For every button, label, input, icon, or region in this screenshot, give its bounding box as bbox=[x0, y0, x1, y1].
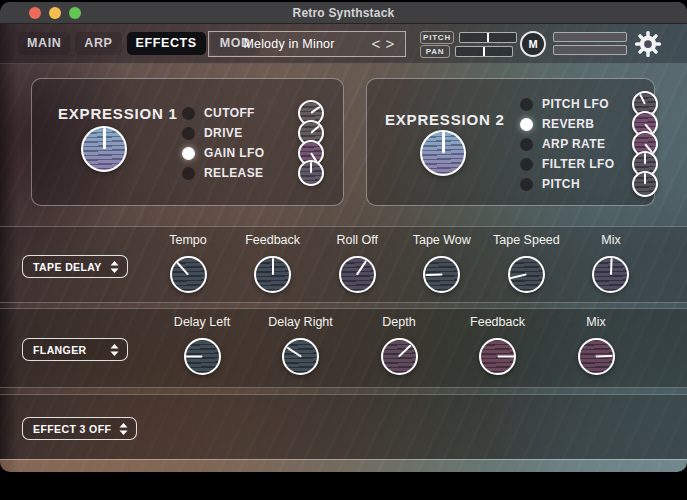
knob-pointer bbox=[639, 94, 646, 105]
expression-option-arp-rate: ARP RATE bbox=[520, 134, 658, 154]
minimize-window-button[interactable] bbox=[49, 7, 61, 19]
meter-bar-top bbox=[553, 32, 627, 42]
preset-next-button[interactable]: > bbox=[383, 32, 397, 56]
knob-pointer bbox=[186, 356, 203, 358]
window-title: Retro Synthstack bbox=[0, 2, 687, 24]
expression-2-macro-knob-wrap bbox=[420, 130, 466, 176]
knob-pointer bbox=[310, 106, 320, 114]
depth-knob[interactable] bbox=[381, 338, 418, 375]
expression-2-options: PITCH LFOREVERBARP RATEFILTER LFOPITCH bbox=[520, 94, 658, 194]
expression-1-title: EXPRESSION 1 bbox=[58, 105, 178, 122]
knob-pointer bbox=[644, 153, 646, 164]
fx-knob-label-feedback: Feedback bbox=[245, 233, 300, 249]
expression-option-cutoff: CUTOFF bbox=[182, 103, 324, 123]
knob-pointer bbox=[398, 344, 411, 357]
preset-name: Melody in Minor bbox=[209, 37, 369, 51]
pitch-label: PITCH bbox=[420, 31, 454, 44]
radio-pitch-lfo[interactable] bbox=[520, 98, 533, 111]
tape-wow-knob[interactable] bbox=[423, 256, 460, 293]
option-knob-wrap bbox=[298, 160, 324, 186]
knob-pointer bbox=[610, 258, 613, 275]
fx-knob-label-tempo: Tempo bbox=[169, 233, 207, 249]
navbar: MAINARPEFFECTSMOD Melody in Minor < > PI… bbox=[0, 24, 687, 64]
tab-main[interactable]: MAIN bbox=[18, 32, 70, 55]
zoom-window-button[interactable] bbox=[69, 7, 81, 19]
expression-2-title: EXPRESSION 2 bbox=[385, 111, 505, 128]
option-knob-wrap bbox=[632, 171, 658, 197]
fx-knob-label-feedback: Feedback bbox=[470, 315, 525, 331]
delay-right-knob[interactable] bbox=[282, 338, 319, 375]
expression-1-macro-knob-wrap bbox=[81, 126, 127, 172]
expression-option-drive: DRIVE bbox=[182, 123, 324, 143]
knob-pointer bbox=[272, 258, 274, 275]
roll-off-knob[interactable] bbox=[339, 256, 376, 293]
knob-pointer bbox=[425, 274, 442, 277]
radio-filter-lfo[interactable] bbox=[520, 158, 533, 171]
updown-arrows-icon bbox=[110, 261, 119, 273]
effect-slot-1-knobs: TempoFeedbackRoll OffTape WowTape SpeedM… bbox=[160, 233, 639, 293]
fx-knob-tape-speed: Tape Speed bbox=[498, 233, 554, 293]
tab-effects[interactable]: EFFECTS bbox=[127, 32, 206, 55]
fx-knob-label-depth: Depth bbox=[382, 315, 415, 331]
expression-option-gain-lfo: GAIN LFO bbox=[182, 143, 324, 163]
radio-arp-rate[interactable] bbox=[520, 138, 533, 151]
pan-slider-thumb[interactable] bbox=[483, 47, 485, 56]
plugin-window: Retro Synthstack MAINARPEFFECTSMOD Melod… bbox=[0, 2, 687, 472]
knob-pointer bbox=[310, 125, 320, 134]
pitch-mini-knob[interactable] bbox=[632, 171, 658, 197]
mix-knob[interactable] bbox=[578, 338, 615, 375]
radio-gain-lfo[interactable] bbox=[182, 147, 195, 160]
mix-knob[interactable] bbox=[592, 256, 629, 293]
pitch-slider-thumb[interactable] bbox=[487, 33, 489, 42]
fx-knob-label-delay-left: Delay Left bbox=[174, 315, 230, 331]
tab-arp[interactable]: ARP bbox=[75, 32, 121, 55]
traffic-lights bbox=[29, 7, 81, 19]
fx-knob-label-tape-wow: Tape Wow bbox=[413, 233, 471, 249]
fx-knob-delay-left: Delay Left bbox=[174, 315, 230, 375]
option-label-arp-rate: ARP RATE bbox=[542, 137, 605, 151]
effect-slot-2-row: FLANGER Delay LeftDelay RightDepthFeedba… bbox=[0, 308, 687, 388]
delay-left-knob[interactable] bbox=[184, 338, 221, 375]
expression-2-macro-knob[interactable] bbox=[420, 130, 466, 176]
updown-arrows-icon bbox=[119, 423, 128, 435]
expression-1-macro-knob[interactable] bbox=[81, 126, 127, 172]
option-label-gain-lfo: GAIN LFO bbox=[204, 146, 265, 160]
pan-slider[interactable] bbox=[455, 46, 513, 57]
fx-knob-feedback: Feedback bbox=[470, 315, 526, 375]
pitch-slider[interactable] bbox=[459, 32, 517, 43]
fx-knob-depth: Depth bbox=[371, 315, 427, 375]
knob-pointer bbox=[442, 132, 445, 153]
close-window-button[interactable] bbox=[29, 7, 41, 19]
fx-knob-label-tape-speed: Tape Speed bbox=[493, 233, 560, 249]
option-label-cutoff: CUTOFF bbox=[204, 106, 255, 120]
feedback-knob[interactable] bbox=[254, 256, 291, 293]
effect-slot-3-selector[interactable]: EFFECT 3 OFF bbox=[22, 417, 137, 440]
radio-pitch[interactable] bbox=[520, 178, 533, 191]
effect-slot-2-knobs: Delay LeftDelay RightDepthFeedbackMix bbox=[174, 315, 624, 375]
mono-button[interactable]: M bbox=[520, 31, 546, 57]
tape-speed-knob[interactable] bbox=[508, 256, 545, 293]
effect-slot-1-selector-label: TAPE DELAY bbox=[33, 261, 102, 273]
knob-pointer bbox=[596, 355, 613, 358]
preset-selector[interactable]: Melody in Minor < > bbox=[208, 31, 406, 57]
expression-option-filter-lfo: FILTER LFO bbox=[520, 154, 658, 174]
settings-gear-icon[interactable] bbox=[633, 29, 663, 59]
effect-slot-2-selector-label: FLANGER bbox=[33, 344, 102, 356]
tempo-knob[interactable] bbox=[170, 256, 207, 293]
effect-slot-2-selector[interactable]: FLANGER bbox=[22, 338, 128, 361]
effect-slot-1-row: TAPE DELAY TempoFeedbackRoll OffTape Wow… bbox=[0, 226, 687, 303]
knob-pointer bbox=[356, 260, 367, 275]
fx-knob-tape-wow: Tape Wow bbox=[414, 233, 470, 293]
feedback-knob[interactable] bbox=[479, 338, 516, 375]
radio-drive[interactable] bbox=[182, 127, 195, 140]
radio-reverb[interactable] bbox=[520, 118, 533, 131]
fx-knob-label-delay-right: Delay Right bbox=[268, 315, 333, 331]
fx-knob-label-mix: Mix bbox=[586, 315, 605, 331]
knob-pointer bbox=[310, 162, 312, 173]
radio-cutoff[interactable] bbox=[182, 107, 195, 120]
preset-prev-button[interactable]: < bbox=[369, 32, 383, 56]
knob-pointer bbox=[510, 274, 527, 280]
release-mini-knob[interactable] bbox=[298, 160, 324, 186]
effect-slot-1-selector[interactable]: TAPE DELAY bbox=[22, 255, 128, 278]
radio-release[interactable] bbox=[182, 167, 195, 180]
